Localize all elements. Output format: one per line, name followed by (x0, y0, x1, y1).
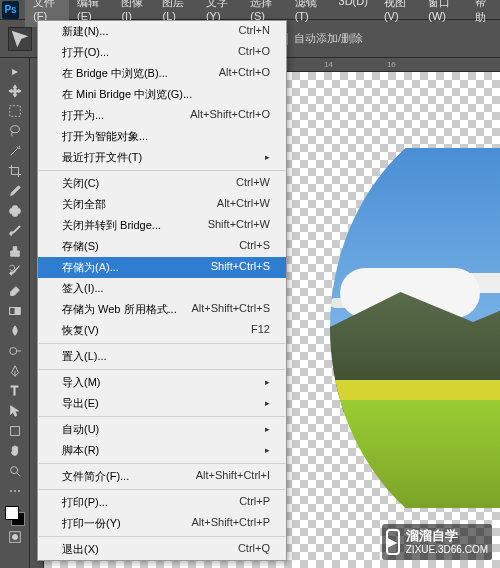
ruler-mark: 14 (324, 60, 333, 69)
path-select-icon[interactable] (3, 402, 27, 420)
menu-entry-label: 打开为智能对象... (62, 129, 148, 144)
menu-entry[interactable]: 退出(X)Ctrl+Q (38, 539, 286, 560)
menu-entry[interactable]: 关闭全部Alt+Ctrl+W (38, 194, 286, 215)
svg-rect-12 (9, 308, 14, 315)
menu-entry[interactable]: 恢复(V)F12 (38, 320, 286, 341)
lasso-tool-icon[interactable] (3, 122, 27, 140)
menu-entry[interactable]: 关闭并转到 Bridge...Shift+Ctrl+W (38, 215, 286, 236)
menu-entry-label: 恢复(V) (62, 323, 99, 338)
menu-item[interactable]: 滤镜(T) (287, 0, 331, 27)
menu-entry-label: 文件简介(F)... (62, 469, 129, 484)
menu-shortcut: Alt+Shift+Ctrl+S (191, 302, 270, 317)
menu-entry[interactable]: 存储为 Web 所用格式...Alt+Shift+Ctrl+S (38, 299, 286, 320)
svg-point-13 (9, 348, 16, 355)
svg-text:T: T (10, 384, 18, 398)
menu-entry-label: 存储为(A)... (62, 260, 119, 275)
eraser-tool-icon[interactable] (3, 282, 27, 300)
menu-entry-label: 关闭(C) (62, 176, 99, 191)
menu-entry[interactable]: 在 Mini Bridge 中浏览(G)... (38, 84, 286, 105)
menu-entry[interactable]: 签入(I)... (38, 278, 286, 299)
marquee-tool-icon[interactable] (3, 102, 27, 120)
menu-entry[interactable]: 打开为...Alt+Shift+Ctrl+O (38, 105, 286, 126)
menu-shortcut: Ctrl+Q (238, 542, 270, 557)
menu-item[interactable]: 帮助 (467, 0, 500, 27)
menu-entry[interactable]: 自动(U) (38, 419, 286, 440)
menu-item[interactable]: 窗口(W) (420, 0, 467, 27)
history-brush-icon[interactable] (3, 262, 27, 280)
menu-entry[interactable]: 文件简介(F)...Alt+Shift+Ctrl+I (38, 466, 286, 487)
menu-entry-label: 打开为... (62, 108, 104, 123)
healing-tool-icon[interactable] (3, 202, 27, 220)
ruler-mark: 16 (387, 60, 396, 69)
svg-point-8 (10, 126, 19, 133)
svg-rect-15 (10, 427, 19, 436)
play-icon: ▶ (386, 529, 400, 555)
menu-item[interactable]: 视图(V) (376, 0, 420, 27)
menu-entry[interactable]: 关闭(C)Ctrl+W (38, 173, 286, 194)
menu-entry[interactable]: 导出(E) (38, 393, 286, 414)
color-swatches[interactable] (5, 506, 25, 526)
menubar: Ps 文件(F)编辑(E)图像(I)图层(L)文字(Y)选择(S)滤镜(T)3D… (0, 0, 500, 20)
pen-tool-icon[interactable] (3, 362, 27, 380)
menu-entry-label: 打印一份(Y) (62, 516, 121, 531)
menu-entry[interactable]: 打印(P)...Ctrl+P (38, 492, 286, 513)
wand-tool-icon[interactable] (3, 142, 27, 160)
fg-color-swatch[interactable] (5, 506, 19, 520)
menu-entry-label: 退出(X) (62, 542, 99, 557)
menu-separator (39, 416, 285, 417)
auto-add-label: 自动添加/删除 (294, 31, 363, 46)
menu-item[interactable]: 3D(D) (331, 0, 376, 27)
menu-shortcut: Shift+Ctrl+W (208, 218, 270, 233)
menu-shortcut: F12 (251, 323, 270, 338)
menu-entry[interactable]: 新建(N)...Ctrl+N (38, 21, 286, 42)
stamp-tool-icon[interactable] (3, 242, 27, 260)
watermark: ▶ 溜溜自学 ZIXUE.3D66.COM (382, 524, 492, 560)
menu-separator (39, 343, 285, 344)
shape-tool-icon[interactable] (3, 422, 27, 440)
menu-entry[interactable]: 导入(M) (38, 372, 286, 393)
menu-entry[interactable]: 存储为(A)...Shift+Ctrl+S (38, 257, 286, 278)
menu-entry-label: 新建(N)... (62, 24, 108, 39)
hand-tool-icon[interactable] (3, 442, 27, 460)
menu-separator (39, 369, 285, 370)
menu-entry[interactable]: 置入(L)... (38, 346, 286, 367)
menu-entry-label: 在 Bridge 中浏览(B)... (62, 66, 168, 81)
app-logo: Ps (2, 1, 19, 19)
menu-entry-label: 打印(P)... (62, 495, 108, 510)
menu-entry[interactable]: 存储(S)Ctrl+S (38, 236, 286, 257)
menu-entry-label: 关闭全部 (62, 197, 106, 212)
menu-entry[interactable]: 脚本(R) (38, 440, 286, 461)
quickmask-icon[interactable] (3, 528, 27, 546)
watermark-text: 溜溜自学 ZIXUE.3D66.COM (406, 528, 488, 556)
menu-shortcut: Alt+Shift+Ctrl+O (190, 108, 270, 123)
file-menu-dropdown: 新建(N)...Ctrl+N打开(O)...Ctrl+O在 Bridge 中浏览… (37, 20, 287, 561)
menu-entry[interactable]: 打开为智能对象... (38, 126, 286, 147)
menu-entry-label: 自动(U) (62, 422, 99, 437)
dodge-tool-icon[interactable] (3, 342, 27, 360)
menu-entry[interactable]: 最近打开文件(T) (38, 147, 286, 168)
menu-shortcut: Ctrl+O (238, 45, 270, 60)
crop-tool-icon[interactable] (3, 162, 27, 180)
submenu-arrow-icon (265, 422, 270, 437)
menu-separator (39, 489, 285, 490)
tool-preset-icon[interactable] (8, 27, 32, 51)
edit-toolbar-icon[interactable]: ⋯ (3, 482, 27, 500)
zoom-tool-icon[interactable] (3, 462, 27, 480)
menu-entry[interactable]: 在 Bridge 中浏览(B)...Alt+Ctrl+O (38, 63, 286, 84)
toolbox: ▸ T ⋯ (0, 58, 30, 568)
menu-entry-label: 存储为 Web 所用格式... (62, 302, 177, 317)
gradient-tool-icon[interactable] (3, 302, 27, 320)
menu-entry[interactable]: 打开(O)...Ctrl+O (38, 42, 286, 63)
move-tool-icon[interactable] (3, 82, 27, 100)
type-tool-icon[interactable]: T (3, 382, 27, 400)
menu-entry-label: 关闭并转到 Bridge... (62, 218, 161, 233)
brush-tool-icon[interactable] (3, 222, 27, 240)
menu-separator (39, 170, 285, 171)
menu-entry-label: 存储(S) (62, 239, 99, 254)
tab-toggle-icon[interactable]: ▸ (3, 62, 27, 80)
eyedropper-tool-icon[interactable] (3, 182, 27, 200)
svg-rect-10 (9, 208, 20, 213)
menu-entry[interactable]: 打印一份(Y)Alt+Shift+Ctrl+P (38, 513, 286, 534)
submenu-arrow-icon (265, 443, 270, 458)
blur-tool-icon[interactable] (3, 322, 27, 340)
